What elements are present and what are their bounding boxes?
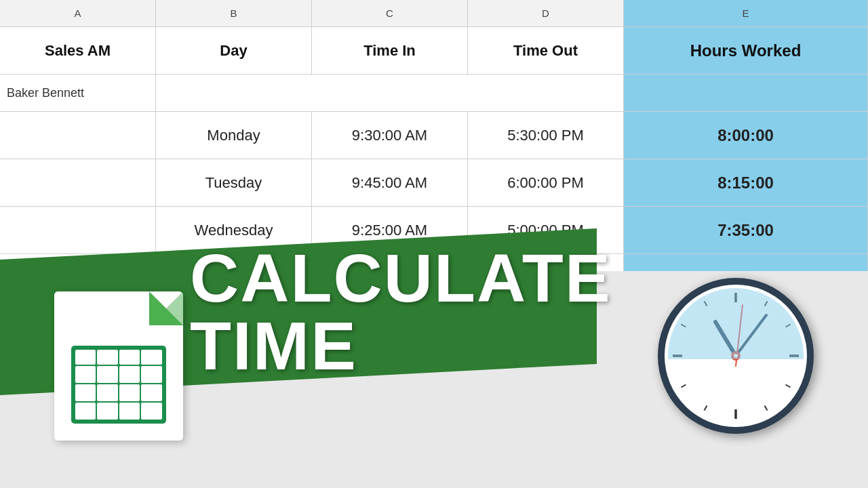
col-header-b: B <box>156 0 312 26</box>
column-headers: A B C D E <box>0 0 868 27</box>
cell-day-0: Monday <box>156 112 312 159</box>
grid-cell <box>141 384 162 401</box>
banner-text: CALCULATE TIME <box>190 244 612 380</box>
svg-line-7 <box>705 406 707 411</box>
svg-line-4 <box>786 385 791 388</box>
header-cell-day: Day <box>156 27 312 74</box>
header-cell-time-in: Time In <box>312 27 468 74</box>
cell-empty-0 <box>0 112 156 159</box>
grid-cell <box>119 403 140 420</box>
employee-name: Baker Bennett <box>0 75 156 111</box>
header-cell-time-out: Time Out <box>468 27 624 74</box>
table-header-row: Sales AM Day Time In Time Out Hours Work… <box>0 27 868 75</box>
grid-cell <box>119 384 140 401</box>
cell-time-in-0: 9:30:00 AM <box>312 112 468 159</box>
cell-time-out-1: 6:00:00 PM <box>468 159 624 206</box>
cell-time-in-1: 9:45:00 AM <box>312 159 468 206</box>
banner-line1: CALCULATE <box>190 244 612 312</box>
grid-cell <box>141 366 162 383</box>
grid-cell <box>119 350 140 365</box>
col-header-c: C <box>312 0 468 26</box>
cell-empty-1 <box>0 159 156 206</box>
cell-hours-2: 7:35:00 <box>624 207 868 253</box>
banner-line2: TIME <box>190 312 612 380</box>
col-header-a: A <box>0 0 156 26</box>
header-cell-sales-am: Sales AM <box>0 27 156 74</box>
svg-line-8 <box>681 385 686 388</box>
clock-face <box>665 285 807 427</box>
table-row: Monday 9:30:00 AM 5:30:00 PM 8:00:00 <box>0 112 868 159</box>
grid-cell <box>97 403 118 420</box>
grid-cell <box>141 403 162 420</box>
grid-cell <box>75 403 96 420</box>
icon-body-top <box>54 291 149 325</box>
name-spacer <box>156 75 624 111</box>
grid-cell <box>97 366 118 383</box>
col-header-e: E <box>624 0 868 26</box>
cell-day-1: Tuesday <box>156 159 312 206</box>
grid-cell <box>119 366 140 383</box>
cell-hours-1: 8:15:00 <box>624 159 868 206</box>
grid-cell <box>141 350 162 365</box>
grid-cell <box>75 366 96 383</box>
grid-cell <box>97 350 118 365</box>
table-row: Tuesday 9:45:00 AM 6:00:00 PM 8:15:00 <box>0 159 868 207</box>
header-cell-hours-worked: Hours Worked <box>624 27 868 74</box>
col-header-d: D <box>468 0 624 26</box>
sheets-icon-container <box>54 291 190 447</box>
clock-outer-ring <box>658 278 814 434</box>
cell-hours-0: 8:00:00 <box>624 112 868 159</box>
svg-line-5 <box>765 406 768 411</box>
sheets-grid-icon <box>71 346 166 424</box>
sheets-icon <box>54 291 183 441</box>
name-row: Baker Bennett <box>0 75 868 112</box>
grid-cell <box>75 350 96 365</box>
clock-container <box>658 278 814 434</box>
cell-time-out-0: 5:30:00 PM <box>468 112 624 159</box>
grid-cell <box>97 384 118 401</box>
grid-cell <box>75 384 96 401</box>
name-hours-cell <box>624 75 868 111</box>
